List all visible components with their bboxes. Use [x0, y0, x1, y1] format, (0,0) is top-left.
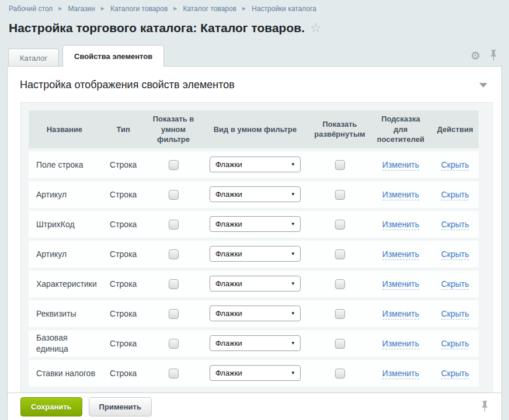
hide-link[interactable]: Скрыть — [441, 309, 469, 320]
table-row: Характеристики Строка Флажки ▼ Изменить — [29, 270, 479, 297]
edit-hint-link[interactable]: Изменить — [382, 339, 419, 349]
col-header-type: Тип — [100, 110, 147, 148]
show-expanded-checkbox[interactable] — [335, 190, 345, 200]
show-expanded-checkbox[interactable] — [335, 249, 345, 259]
table-row: Артикул Строка Флажки ▼ Изменить Скрыть — [29, 181, 479, 208]
page-title-text: Настройка торгового каталога: Каталог то… — [9, 21, 305, 35]
breadcrumb-item-catalog-settings[interactable]: Настройки каталога — [252, 5, 316, 13]
tab-content: Настройка отображения свойств элементов … — [7, 66, 502, 420]
show-in-smart-filter-checkbox[interactable] — [169, 279, 179, 289]
view-select-wrap: Флажки ▼ — [210, 335, 301, 351]
view-in-smart-filter-select[interactable]: Флажки — [210, 276, 301, 291]
view-select-wrap: Флажки ▼ — [210, 157, 301, 172]
edit-hint-link[interactable]: Изменить — [382, 249, 419, 260]
tab-bar: Каталог Свойства элементов ⚙ — [0, 45, 509, 67]
view-select-wrap: Флажки ▼ — [210, 306, 301, 321]
collapse-chevron-icon[interactable] — [479, 83, 487, 88]
pin-icon[interactable] — [490, 49, 497, 62]
view-in-smart-filter-select[interactable]: Флажки — [210, 216, 301, 232]
show-in-smart-filter-checkbox[interactable] — [169, 160, 179, 170]
property-type: Строка — [100, 300, 147, 327]
panel-title: Настройка отображения свойств элементов — [20, 79, 235, 91]
hide-link[interactable]: Скрыть — [441, 160, 469, 171]
col-header-view-in-smart-filter: Вид в умном фильтре — [201, 110, 310, 148]
breadcrumb-item-catalogs[interactable]: Каталоги товаров — [110, 5, 168, 13]
edit-hint-link[interactable]: Изменить — [382, 309, 419, 320]
property-type: Строка — [100, 211, 147, 238]
show-in-smart-filter-checkbox[interactable] — [169, 220, 179, 230]
property-name: Поле строка — [29, 151, 100, 178]
property-name: Артикул — [29, 241, 100, 268]
property-name: Реквизиты — [29, 300, 100, 327]
view-in-smart-filter-select[interactable]: Флажки — [210, 246, 301, 262]
property-name: ШтрихКод — [29, 211, 100, 238]
table-header-row: Название Тип Показать в умном фильтре Ви… — [29, 110, 479, 148]
hide-link[interactable]: Скрыть — [441, 279, 469, 290]
view-select-wrap: Флажки ▼ — [210, 216, 301, 232]
hide-link[interactable]: Скрыть — [441, 339, 469, 349]
table-row: Базовая единица Строка Флажки ▼ Изменить — [29, 330, 479, 357]
show-in-smart-filter-checkbox[interactable] — [169, 309, 179, 319]
apply-button[interactable]: Применить — [89, 397, 152, 416]
view-select-wrap: Флажки ▼ — [210, 186, 301, 202]
view-select-wrap: Флажки ▼ — [210, 246, 301, 262]
col-header-show-expanded: Показать развёрнутым — [309, 110, 369, 148]
hide-link[interactable]: Скрыть — [441, 249, 469, 260]
view-in-smart-filter-select[interactable]: Флажки — [210, 186, 301, 202]
hide-link[interactable]: Скрыть — [441, 369, 469, 379]
show-expanded-checkbox[interactable] — [335, 279, 345, 289]
table-row: ШтрихКод Строка Флажки ▼ Изменить Скрыть — [29, 211, 479, 238]
show-in-smart-filter-checkbox[interactable] — [169, 249, 179, 259]
breadcrumb-item-catalog[interactable]: Каталог товаров — [183, 5, 236, 13]
save-button[interactable]: Сохранить — [20, 397, 82, 416]
property-type: Строка — [100, 181, 147, 208]
property-name: Характеристики — [29, 270, 100, 297]
view-in-smart-filter-select[interactable]: Флажки — [210, 335, 301, 351]
view-in-smart-filter-select[interactable]: Флажки — [210, 306, 301, 321]
edit-hint-link[interactable]: Изменить — [382, 369, 419, 379]
breadcrumb-item-desktop[interactable]: Рабочий стол — [9, 5, 53, 13]
property-type: Строка — [100, 151, 147, 178]
view-in-smart-filter-select[interactable]: Флажки — [210, 157, 301, 172]
table-row: Ставки налогов Строка Флажки ▼ Изменить — [29, 360, 479, 387]
breadcrumb-separator-icon: ▶ — [173, 6, 177, 11]
property-type: Строка — [100, 241, 147, 268]
table-row: Поле строка Строка Флажки ▼ Изменить Скр — [29, 151, 479, 178]
edit-hint-link[interactable]: Изменить — [382, 279, 419, 290]
property-name: Ставки налогов — [29, 360, 100, 387]
show-expanded-checkbox[interactable] — [335, 369, 345, 379]
col-header-name: Название — [29, 110, 100, 148]
show-in-smart-filter-checkbox[interactable] — [169, 369, 179, 379]
tab-catalog[interactable]: Каталог — [8, 48, 59, 67]
table-row: Реквизиты Строка Флажки ▼ Изменить Скрыт — [29, 300, 479, 327]
gear-icon[interactable]: ⚙ — [470, 50, 480, 61]
page-title: Настройка торгового каталога: Каталог то… — [0, 13, 509, 35]
view-select-wrap: Флажки ▼ — [210, 365, 301, 381]
properties-panel: Название Тип Показать в умном фильтре Ви… — [20, 102, 493, 420]
edit-hint-link[interactable]: Изменить — [382, 190, 419, 200]
show-expanded-checkbox[interactable] — [335, 160, 345, 170]
footer-pin-icon[interactable] — [481, 400, 489, 413]
show-expanded-checkbox[interactable] — [335, 220, 345, 230]
show-expanded-checkbox[interactable] — [335, 339, 345, 349]
property-type: Строка — [100, 360, 147, 387]
breadcrumb-item-shop[interactable]: Магазин — [68, 5, 95, 13]
show-in-smart-filter-checkbox[interactable] — [169, 190, 179, 200]
table-row: Артикул Строка Флажки ▼ Изменить Скрыть — [29, 241, 479, 268]
favorite-star-icon[interactable]: ☆ — [310, 22, 322, 34]
footer-action-bar: Сохранить Применить — [7, 393, 502, 420]
breadcrumb: Рабочий стол ▶ Магазин ▶ Каталоги товаро… — [0, 0, 509, 13]
property-type: Строка — [100, 330, 147, 357]
property-type: Строка — [100, 270, 147, 297]
edit-hint-link[interactable]: Изменить — [382, 220, 419, 230]
tab-element-properties[interactable]: Свойства элементов — [62, 45, 164, 67]
show-expanded-checkbox[interactable] — [335, 309, 345, 319]
show-in-smart-filter-checkbox[interactable] — [169, 339, 179, 349]
hide-link[interactable]: Скрыть — [441, 220, 469, 230]
breadcrumb-separator-icon: ▶ — [58, 6, 62, 11]
property-name: Артикул — [29, 181, 100, 208]
view-in-smart-filter-select[interactable]: Флажки — [210, 365, 301, 381]
breadcrumb-separator-icon: ▶ — [101, 6, 104, 11]
edit-hint-link[interactable]: Изменить — [382, 160, 419, 171]
hide-link[interactable]: Скрыть — [441, 190, 469, 200]
